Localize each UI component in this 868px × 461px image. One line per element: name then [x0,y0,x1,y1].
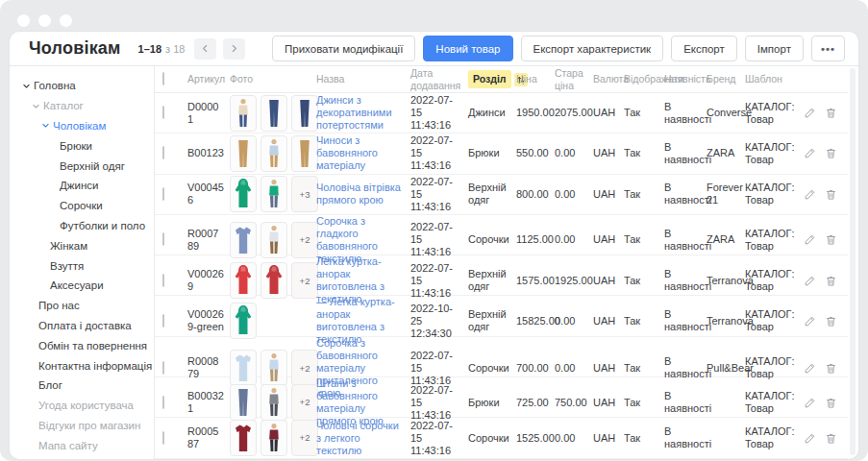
sidebar-item[interactable]: Джинси [10,176,154,196]
delete-button[interactable] [825,397,837,409]
delete-button[interactable] [825,147,837,159]
sidebar-item[interactable]: Блог [10,376,154,396]
edit-button[interactable] [804,107,816,119]
product-photo[interactable] [230,176,257,212]
sidebar-item[interactable]: Сорочки [10,196,154,216]
edit-button[interactable] [804,315,816,328]
sidebar-item[interactable]: Верхній одяг [10,156,154,176]
import-button[interactable]: Імпорт [745,36,804,61]
vertical-scrollbar[interactable] [850,68,856,455]
more-photos-badge[interactable]: +2 [291,222,318,258]
old-price-cell: 0.00 [555,233,593,246]
column-header-label[interactable]: Бренд [707,73,736,85]
product-photo[interactable] [260,384,287,421]
row-checkbox[interactable] [162,396,164,409]
product-photo[interactable] [260,135,287,172]
product-photo[interactable] [291,95,318,132]
row-checkbox[interactable] [162,431,164,445]
column-header-label[interactable]: Дата додавання [410,67,460,90]
sidebar-item[interactable]: Обмін та повернення [10,335,154,355]
edit-button[interactable] [804,432,816,445]
edit-button[interactable] [804,397,816,409]
edit-button[interactable] [804,275,816,287]
edit-button[interactable] [804,362,816,375]
sidebar-item[interactable]: Взуття [10,255,154,276]
product-photo[interactable] [291,135,318,172]
edit-button[interactable] [804,188,816,201]
product-name-link[interactable]: Джинси з декоративними потертостями [316,94,410,132]
edit-button[interactable] [804,147,816,159]
product-name-link[interactable]: Чиноси з бавовняного матеріалу [316,134,410,172]
delete-button[interactable] [825,107,837,119]
row-checkbox[interactable] [162,146,164,159]
export-characteristics-button[interactable]: Експорт характеристик [521,36,664,61]
select-all-checkbox[interactable] [162,72,164,85]
product-photo[interactable] [260,95,287,132]
row-checkbox[interactable] [162,187,164,201]
product-name-link[interactable]: Чоловічі сорочки з легкого текстилю [316,420,410,457]
product-photo[interactable] [230,384,257,421]
product-photo[interactable] [230,222,257,258]
column-header-label[interactable]: Шаблон [745,73,782,85]
product-name-link[interactable]: Чоловіча вітрівка прямого крою [316,182,410,206]
column-header-label[interactable]: Фото [230,73,253,85]
sidebar-item[interactable]: Мапа сайту [10,435,154,455]
product-photo[interactable] [260,420,287,456]
pagination-prev-button[interactable] [194,38,216,60]
window-dot[interactable] [60,14,72,27]
sidebar-item[interactable]: Чоловікам [10,116,154,136]
product-photo[interactable] [230,420,257,456]
window-dot[interactable] [38,14,51,27]
column-header-label[interactable]: Стара ціна [555,67,583,90]
product-photo[interactable] [260,262,287,299]
row-checkbox[interactable] [162,232,164,246]
column-header-select[interactable] [162,73,187,85]
column-header-label[interactable]: Артикул [187,73,225,85]
delete-button[interactable] [825,188,837,201]
delete-button[interactable] [825,315,837,328]
delete-button[interactable] [825,275,837,287]
more-photos-badge[interactable]: +2 [291,350,318,386]
more-photos-badge[interactable]: +3 [291,176,318,212]
product-photo[interactable] [260,176,287,212]
sidebar-item[interactable]: Оплата і доставка [10,316,154,336]
column-header-label[interactable]: Назва [316,73,344,85]
export-button[interactable]: Експорт [671,36,737,61]
sidebar-item[interactable]: Каталог [10,96,154,116]
product-photo[interactable] [230,303,257,339]
pagination-next-button[interactable] [223,38,245,60]
product-photo[interactable] [260,350,287,386]
hide-modifications-button[interactable]: Приховати модифікації [272,36,415,61]
sidebar-item[interactable]: Контактна інформація [10,355,154,376]
more-actions-button[interactable]: ••• [811,36,845,61]
row-checkbox[interactable] [162,106,164,119]
window-dot[interactable] [17,14,30,27]
product-photo[interactable] [230,135,257,172]
more-photos-badge[interactable]: +2 [291,420,318,456]
sidebar-item[interactable]: Угода користувача [10,396,154,416]
sidebar-item[interactable]: Відгуки про магазин [10,416,154,436]
delete-button[interactable] [825,233,837,246]
row-checkbox[interactable] [162,314,164,328]
column-header-label[interactable]: Ціна [516,73,537,85]
sidebar-item[interactable]: Головна [10,76,154,96]
product-photo[interactable] [230,262,257,299]
sidebar-item[interactable]: Аксесуари [10,276,154,296]
sidebar-item[interactable]: Брюки [10,135,154,156]
column-header-label[interactable]: Розділ [468,70,511,87]
more-photos-badge[interactable]: +2 [291,262,318,299]
new-product-button[interactable]: Новий товар [423,36,512,61]
product-photo[interactable] [260,222,287,258]
delete-button[interactable] [825,362,837,375]
more-photos-badge[interactable]: +2 [291,384,318,421]
product-photo[interactable] [230,350,257,386]
row-checkbox[interactable] [162,274,164,287]
column-header-label[interactable]: Наявність [664,73,710,85]
sidebar-item[interactable]: Жінкам [10,235,154,255]
delete-button[interactable] [825,432,837,445]
product-photo[interactable] [230,95,257,132]
sidebar-item[interactable]: Футболки и поло [10,216,154,236]
row-checkbox[interactable] [162,361,164,375]
edit-button[interactable] [804,233,816,246]
sidebar-item[interactable]: Про нас [10,296,154,316]
